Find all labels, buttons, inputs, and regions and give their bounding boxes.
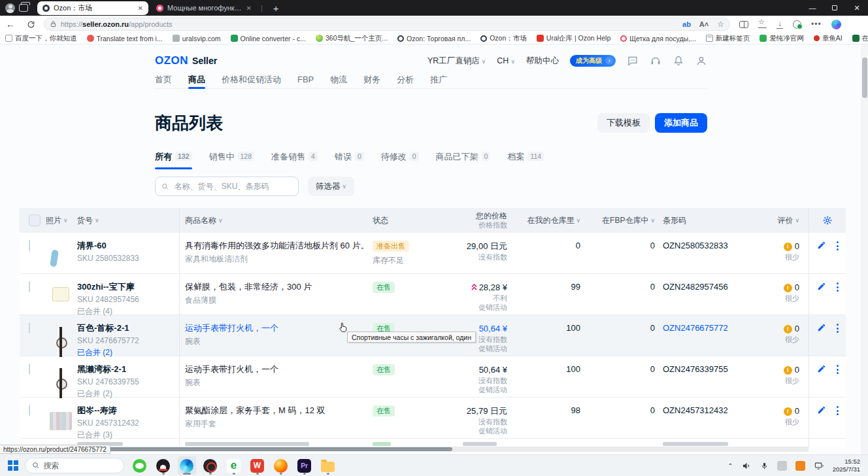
horizontal-scrollbar[interactable] [0, 447, 809, 452]
premium-button[interactable]: 成为高级› [570, 55, 616, 67]
notifications-bell-icon[interactable] [673, 55, 684, 67]
volume-icon[interactable] [742, 461, 752, 471]
collections-icon[interactable] [758, 20, 767, 28]
row-menu-icon[interactable] [837, 323, 839, 333]
nav-fbp[interactable]: FBP [297, 71, 314, 88]
edit-pencil-icon[interactable] [817, 323, 826, 332]
browser-e-icon[interactable]: e [225, 456, 243, 475]
taskbar-clock[interactable]: 15:522025/7/31 [833, 458, 860, 473]
tab-unlisted[interactable]: 商品已下架0 [436, 149, 491, 167]
download-template-button[interactable]: 下载模板 [597, 113, 650, 133]
bookmark-item[interactable]: 爱纯净官网 [760, 34, 804, 43]
close-button[interactable]: ✕ [846, 0, 868, 16]
start-button[interactable] [8, 460, 18, 471]
row-checkbox[interactable] [29, 240, 30, 251]
refresh-icon[interactable] [21, 20, 41, 29]
search-input[interactable] [173, 181, 292, 192]
extension-shield-icon[interactable] [793, 20, 801, 29]
row-checkbox[interactable] [29, 322, 30, 333]
favorite-star-icon[interactable]: ☆ [717, 20, 724, 29]
downloads-icon[interactable]: ↓ [776, 20, 783, 29]
tab-ready[interactable]: 准备销售4 [271, 149, 318, 167]
bookmark-item[interactable]: Ural企库 | Ozon Help [537, 34, 610, 43]
bookmark-item[interactable]: Щетка для посуды,... [620, 35, 696, 42]
bookmark-item[interactable]: Translate text from i... [87, 35, 163, 42]
table-row[interactable]: 300zhi--宝下摩SKU 2482957456已合并 (4) 保鲜膜，包装，… [20, 274, 846, 315]
col-rating[interactable]: 评价∨ [743, 208, 809, 233]
col-article[interactable]: 货号∨ [77, 208, 179, 233]
filters-button[interactable]: 筛选器∨ [308, 177, 354, 196]
edit-pencil-icon[interactable] [817, 282, 826, 291]
music-app-icon[interactable] [201, 456, 220, 475]
edge-icon[interactable] [178, 456, 196, 475]
browser-menu-icon[interactable]: ••• [811, 20, 822, 29]
copilot-icon[interactable] [831, 20, 841, 29]
nav-home[interactable]: 首页 [155, 71, 172, 88]
read-aloud-icon[interactable]: A˄ [699, 20, 709, 28]
settings-gear-icon[interactable] [822, 215, 833, 226]
firefox-icon[interactable] [272, 456, 290, 475]
barcode-link[interactable]: OZN2476675772 [663, 323, 728, 333]
select-all-checkbox[interactable] [29, 214, 41, 226]
microphone-icon[interactable] [760, 461, 769, 471]
taskbar-search[interactable]: 搜索 [25, 458, 124, 473]
browser-profile-avatar[interactable] [5, 3, 15, 13]
edit-pencil-icon[interactable] [817, 405, 826, 415]
close-tab-icon[interactable]: ✕ [138, 5, 143, 12]
row-menu-icon[interactable] [837, 405, 839, 415]
product-name[interactable]: 运动手表带打火机，一个 [185, 364, 373, 375]
tab-all[interactable]: 所有132 [155, 149, 192, 167]
bookmark-item[interactable]: 新建标签页 [706, 34, 750, 43]
col-name[interactable]: 商品名称∨ [179, 208, 373, 233]
table-row[interactable]: 清界-60SKU 2580532833 具有消毒作用的强效多功能清洁地板片剂 6… [20, 233, 846, 274]
tab-selling[interactable]: 销售中128 [209, 149, 255, 167]
col-stock[interactable]: 在我的仓库里∨ [518, 208, 590, 233]
tray-app-icon[interactable] [777, 461, 787, 471]
translate-icon[interactable]: ab [682, 20, 691, 28]
chat-icon[interactable] [627, 55, 639, 67]
bookmark-item[interactable]: 在线转换器 - 免费... [852, 34, 868, 43]
browser-tab-inactive[interactable]: Мощные многофункциональнь ✕ [151, 1, 257, 15]
product-name[interactable]: 聚氨酯涂层，家务手套，M 码，12 双 [185, 405, 373, 416]
bookmark-item[interactable]: 百度一下，你就知道 [5, 34, 77, 43]
tray-expand-icon[interactable]: ⌃ [727, 462, 733, 469]
support-headset-icon[interactable] [650, 55, 661, 67]
edit-pencil-icon[interactable] [817, 364, 826, 373]
price-link[interactable]: 50,64 ¥ [479, 323, 507, 335]
nav-finance[interactable]: 财务 [363, 71, 380, 88]
tab-archive[interactable]: 档案114 [507, 149, 544, 167]
tab-workspaces-icon[interactable] [19, 4, 28, 12]
ozon-logo[interactable]: OZON [155, 54, 188, 67]
help-center-link[interactable]: 帮助中心 [526, 56, 559, 67]
nav-promotion[interactable]: 推广 [430, 71, 447, 88]
product-name[interactable]: 具有消毒作用的强效多功能清洁地板片剂 60 片。 [185, 241, 373, 252]
bookmark-item[interactable]: Ozon: Торговая пл... [397, 35, 471, 42]
back-icon[interactable]: ← [0, 19, 21, 29]
file-explorer-icon[interactable] [319, 456, 337, 475]
minimize-button[interactable]: — [801, 0, 824, 16]
bookmark-item[interactable]: 章鱼AI [814, 34, 843, 43]
bookmark-item[interactable]: uralsvip.com [173, 35, 221, 42]
row-menu-icon[interactable] [837, 364, 839, 374]
language-selector[interactable]: CH∨ [497, 56, 515, 65]
row-checkbox[interactable] [29, 405, 30, 416]
tab-errors[interactable]: 错误0 [335, 149, 364, 167]
nav-analytics[interactable]: 分析 [397, 71, 414, 88]
address-bar[interactable]: https://seller.ozon.ru/app/products ab A… [44, 18, 730, 31]
search-box[interactable] [155, 177, 299, 196]
tray-app-orange-icon[interactable] [795, 461, 805, 471]
wps-icon[interactable]: W [248, 456, 267, 475]
nav-products[interactable]: 商品 [188, 71, 205, 88]
close-tab-icon[interactable]: ✕ [246, 5, 252, 12]
display-audio-icon[interactable] [814, 461, 824, 471]
row-checkbox[interactable] [29, 364, 30, 375]
add-product-button[interactable]: 添加商品 [655, 113, 707, 133]
table-row[interactable]: 黑濑湾标-2-1SKU 2476339755已合并 (2) 运动手表带打火机，一… [20, 356, 846, 398]
row-checkbox[interactable] [29, 281, 30, 292]
tab-to-fix[interactable]: 待修改0 [381, 149, 419, 167]
vertical-scrollbar-thumb[interactable] [862, 58, 867, 98]
col-photo[interactable]: 照片∨ [46, 208, 77, 233]
new-tab-button[interactable]: + [269, 3, 283, 14]
bookmark-item[interactable]: 360导航_一个主页... [316, 34, 388, 43]
store-selector[interactable]: YR工厂直销店∨ [427, 56, 486, 67]
